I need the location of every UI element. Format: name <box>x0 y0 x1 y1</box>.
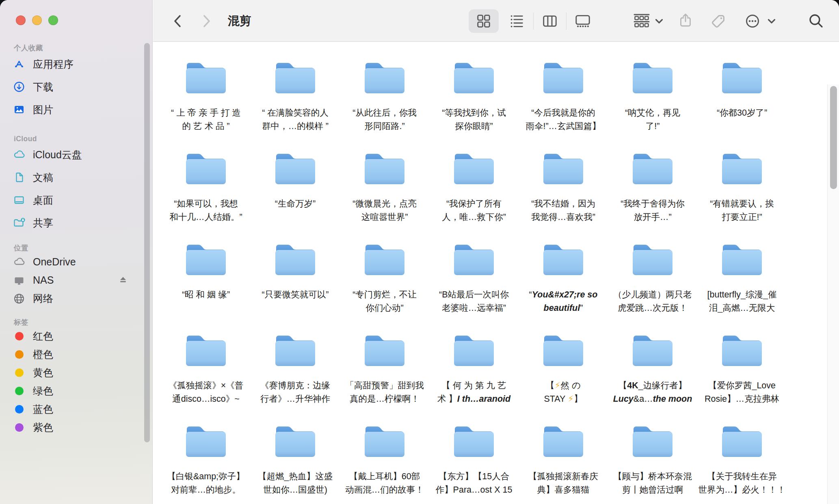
folder-item[interactable]: “有错就要认，挨打要立正!” <box>697 139 787 230</box>
folder-item[interactable]: “呐艾伦，再见了!” <box>608 48 697 139</box>
folder-item[interactable]: “B站最后一次叫你老婆啦…远幸福” <box>429 230 519 321</box>
eject-button[interactable] <box>117 275 129 286</box>
sidebar-item-applications[interactable]: 应用程序 <box>0 53 152 75</box>
folder-item[interactable]: “我不结婚，因为我觉得…喜欢我” <box>519 139 608 230</box>
sidebar-item-label: 图片 <box>33 103 53 116</box>
sidebar-item-documents[interactable]: 文稿 <box>0 166 152 189</box>
sidebar-scrollbar[interactable] <box>144 43 150 442</box>
folder-item[interactable]: 【白银&amp;弥子】对前辈…的地步。 <box>161 411 251 502</box>
sidebar-item-tag-blue[interactable]: 蓝色 <box>0 400 152 418</box>
folder-icon <box>720 420 764 463</box>
folder-icon <box>541 148 586 191</box>
folder-item[interactable]: “昭 和 姻 缘” <box>161 230 251 321</box>
sidebar-item-label: 绿色 <box>33 384 53 398</box>
folder-label: “等我找到你，试探你眼睛” <box>442 106 506 133</box>
forward-button[interactable] <box>197 0 215 42</box>
icon-view-button[interactable] <box>475 0 493 42</box>
more-button[interactable] <box>743 0 762 42</box>
sidebar-item-pictures[interactable]: 图片 <box>0 98 152 121</box>
tag-dot-red <box>12 330 26 343</box>
sidebar-item-icloud-drive[interactable]: iCloud云盘 <box>0 143 152 166</box>
sidebar-item-downloads[interactable]: 下载 <box>0 75 152 98</box>
list-view-button[interactable] <box>508 0 526 42</box>
folder-item[interactable]: “ 在满脸笑容的人群中，…的模样 ” <box>251 48 340 139</box>
sidebar-item-desktop[interactable]: 桌面 <box>0 189 152 211</box>
folder-item[interactable]: “专门剪烂，不让你们心动” <box>340 230 429 321</box>
toolbar-divider <box>533 13 534 30</box>
shared-folder-icon <box>12 216 26 230</box>
search-button[interactable] <box>807 0 826 42</box>
more-chevron[interactable] <box>766 0 777 42</box>
folder-item[interactable]: 「高甜预警」甜到我真的是…柠檬啊！ <box>340 321 429 411</box>
group-by-icon <box>633 12 651 30</box>
folder-item[interactable]: 【戴上耳机】60部动画混…们的故事！ <box>340 411 429 502</box>
folder-item[interactable]: “生命万岁” <box>251 139 340 230</box>
document-icon <box>12 170 26 184</box>
sidebar-item-onedrive[interactable]: OneDrive <box>0 253 152 271</box>
sidebar-item-tag-purple[interactable]: 紫色 <box>0 418 152 437</box>
folder-item[interactable]: “我终于舍得为你放开手…” <box>608 139 697 230</box>
minimize-button[interactable] <box>32 15 42 25</box>
folder-label: “微微晨光，点亮这喧嚣世界” <box>352 197 417 224</box>
sidebar-item-tag-red[interactable]: 红色 <box>0 327 152 345</box>
folder-label: “专门剪烂，不让你们心动” <box>352 288 417 315</box>
folder-label: 【白银&amp;弥子】对前辈…的地步。 <box>167 470 244 497</box>
sidebar-item-tag-green[interactable]: 绿色 <box>0 382 152 400</box>
folder-icon <box>541 57 586 100</box>
folder-label: 【戴上耳机】60部动画混…们的故事！ <box>345 470 424 497</box>
more-icon <box>744 12 761 30</box>
folder-label: 【爱你罗茜_LoveRosie】…克拉弗林 <box>705 379 779 406</box>
folder-item[interactable]: “如果可以，我想和十几…人结婚。” <box>161 139 251 230</box>
share-button[interactable] <box>677 0 695 42</box>
toolbar: 混剪 <box>153 0 839 42</box>
tag-button[interactable] <box>709 0 728 42</box>
folder-label: 【孤独摇滚新春庆典】喜多猫猫 <box>528 470 598 497</box>
folder-item[interactable]: 【⚡然 のSTAY ⚡】 <box>519 321 608 411</box>
folder-item[interactable]: “你都30岁了” <box>697 48 787 139</box>
zoom-button[interactable] <box>48 15 58 25</box>
folder-icon <box>362 148 407 191</box>
sidebar-item-tag-orange[interactable]: 橙色 <box>0 345 152 364</box>
sidebar-item-tag-yellow[interactable]: 黄色 <box>0 364 152 382</box>
folder-icon <box>362 420 407 463</box>
folder-item[interactable]: （少儿频道）两只老虎爱跳…次元版！ <box>608 230 697 321</box>
folder-item[interactable]: 《赛博朋克：边缘行者》…升华神作 <box>251 321 340 411</box>
folder-item[interactable]: “我保护了所有人，唯…救下你” <box>429 139 519 230</box>
group-chevron[interactable] <box>653 0 665 42</box>
folder-item[interactable]: “You&#x27;re sobeautiful” <box>519 230 608 321</box>
icon-view-icon <box>475 13 492 30</box>
toolbar-divider <box>566 13 567 30</box>
folder-item[interactable]: [butterfly_综漫_催泪_高燃…无限大 <box>697 230 787 321</box>
sidebar-item-nas[interactable]: NAS <box>0 271 152 289</box>
folder-item[interactable]: 【孤独摇滚新春庆典】喜多猫猫 <box>519 411 608 502</box>
sidebar-item-shared[interactable]: 共享 <box>0 211 152 234</box>
gallery-view-button[interactable] <box>574 0 592 42</box>
folder-item[interactable]: 【东方】【15人合作】Para…ost X 15 <box>429 411 519 502</box>
folder-item[interactable]: “只要微笑就可以” <box>251 230 340 321</box>
folder-item[interactable]: “微微晨光，点亮这喧嚣世界” <box>340 139 429 230</box>
pictures-icon <box>12 103 26 116</box>
folder-item[interactable]: “从此往后，你我形同陌路.” <box>340 48 429 139</box>
folder-item[interactable]: 《孤独摇滚》×《普通disco…isco》~ <box>161 321 251 411</box>
tag-dot-yellow <box>12 366 26 380</box>
column-view-button[interactable] <box>541 0 559 42</box>
folder-item[interactable]: “ 上 帝 亲 手 打 造的 艺 术 品 ” <box>161 48 251 139</box>
sidebar-item-network[interactable]: 网络 <box>0 289 152 308</box>
folder-item[interactable]: 【超燃_热血】这盛世如你…国盛世) <box>251 411 340 502</box>
folder-item[interactable]: 【4K_边缘行者】Lucy&a…the moon <box>608 321 697 411</box>
icloud-icon <box>12 148 26 162</box>
folder-item[interactable]: 【 何 为 第 九 艺术 】I th…aranoid <box>429 321 519 411</box>
folder-item[interactable]: 【顾与】桥本环奈混剪丨她曾活过啊 <box>608 411 697 502</box>
folder-item[interactable]: “等我找到你，试探你眼睛” <box>429 48 519 139</box>
group-button[interactable] <box>632 0 651 42</box>
close-button[interactable] <box>16 15 26 25</box>
folder-label: 【⚡然 のSTAY ⚡】 <box>544 379 582 406</box>
folder-item[interactable]: “今后我就是你的雨伞!”…玄武国篇】 <box>519 48 608 139</box>
scrollbar-thumb[interactable] <box>830 86 837 189</box>
sidebar-item-label: 红色 <box>33 330 53 343</box>
folder-item[interactable]: 【爱你罗茜_LoveRosie】…克拉弗林 <box>697 321 787 411</box>
scrollbar-track[interactable] <box>827 84 839 504</box>
folder-item[interactable]: 【关于我转生在异世界为…】必火！！！ <box>697 411 787 502</box>
folder-icon <box>273 420 318 463</box>
back-button[interactable] <box>169 0 187 42</box>
